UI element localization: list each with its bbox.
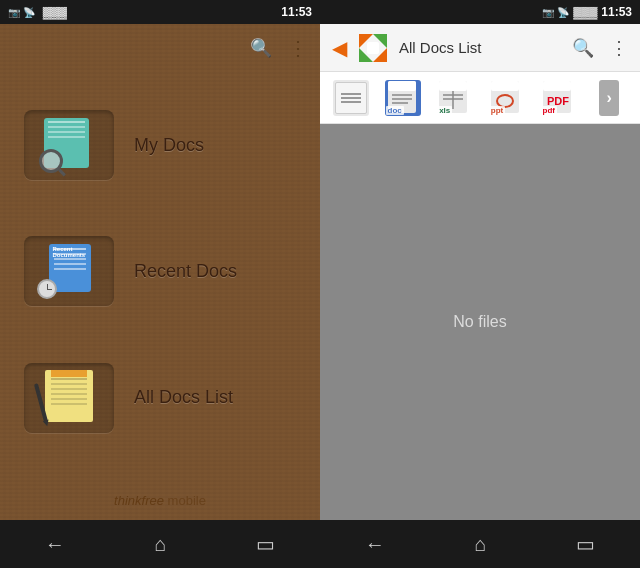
status-bar-left: 📷 📡 ▓▓▓ 11:53 xyxy=(0,0,320,24)
status-bar-right: 📷 📡 ▓▓▓ 11:53 xyxy=(320,0,640,24)
nav-items: My Docs RecentDocuments Recent Docs xyxy=(0,72,320,481)
svg-text:PDF: PDF xyxy=(547,95,569,107)
tab-all[interactable] xyxy=(328,76,374,120)
alldocs-icon xyxy=(37,370,102,425)
mydocs-label: My Docs xyxy=(134,135,204,156)
alldocs-pocket xyxy=(24,363,114,433)
no-files-area: No files xyxy=(320,124,640,520)
right-notification-icons: 📷 📡 xyxy=(542,7,569,18)
no-files-message: No files xyxy=(453,313,506,331)
mydocs-pocket xyxy=(24,110,114,180)
nav-item-recentdocs[interactable]: RecentDocuments Recent Docs xyxy=(0,228,320,314)
bottom-nav-right: ← ⌂ ▭ xyxy=(320,520,640,568)
file-type-tabs: doc xls xyxy=(320,72,640,124)
right-search-icon[interactable]: 🔍 xyxy=(572,37,594,59)
main-content: 🔍 ⋮ My Docs RecentDocume xyxy=(0,24,640,520)
tab-more[interactable]: › xyxy=(586,76,632,120)
bottom-nav-left: ← ⌂ ▭ xyxy=(0,520,320,568)
svg-rect-20 xyxy=(543,81,571,91)
alldocs-label: All Docs List xyxy=(134,387,233,408)
notification-icons: 📷 📡 xyxy=(8,7,35,18)
home-button[interactable]: ⌂ xyxy=(138,525,182,564)
right-menu-icon[interactable]: ⋮ xyxy=(610,37,628,59)
mydocs-icon xyxy=(39,118,99,173)
right-toolbar-icons: 🔍 ⋮ xyxy=(572,37,628,59)
tab-xls[interactable]: xls xyxy=(431,76,477,120)
menu-icon[interactable]: ⋮ xyxy=(288,36,308,60)
back-arrow-icon[interactable]: ◀ xyxy=(332,36,347,60)
recentdocs-icon: RecentDocuments xyxy=(37,244,102,299)
back-button[interactable]: ← xyxy=(29,525,81,564)
left-signal: ▓▓▓ xyxy=(43,6,67,18)
bottom-nav: ← ⌂ ▭ ← ⌂ ▭ xyxy=(0,520,640,568)
more-tab-label: › xyxy=(607,89,612,107)
right-panel-title: All Docs List xyxy=(399,39,564,56)
svg-rect-12 xyxy=(439,81,467,91)
recentdocs-label: Recent Docs xyxy=(134,261,237,282)
right-time: 11:53 xyxy=(601,5,632,19)
brand-think: thinkfree xyxy=(114,493,164,508)
recent-doc-label: RecentDocuments xyxy=(53,246,86,258)
brand-footer: thinkfree mobile xyxy=(0,481,320,520)
svg-rect-17 xyxy=(491,81,519,91)
back-button-right[interactable]: ← xyxy=(349,525,401,564)
pdf-tab-label: pdf xyxy=(541,106,557,115)
recents-button-right[interactable]: ▭ xyxy=(560,524,611,564)
clock-icon xyxy=(37,279,57,299)
svg-rect-5 xyxy=(367,42,379,54)
recents-button[interactable]: ▭ xyxy=(240,524,291,564)
right-toolbar: ◀ All Docs List 🔍 ⋮ xyxy=(320,24,640,72)
nav-item-alldocs[interactable]: All Docs List xyxy=(0,355,320,441)
ppt-tab-label: ppt xyxy=(489,106,505,115)
right-signal: ▓▓▓ xyxy=(573,6,597,18)
notepad-top xyxy=(51,370,87,377)
xls-tab-label: xls xyxy=(437,106,452,115)
home-button-right[interactable]: ⌂ xyxy=(458,525,502,564)
nav-item-mydocs[interactable]: My Docs xyxy=(0,102,320,188)
svg-rect-7 xyxy=(388,81,416,91)
tab-pdf[interactable]: PDF pdf xyxy=(535,76,581,120)
tab-doc[interactable]: doc xyxy=(380,76,426,120)
thinkfree-logo xyxy=(359,34,387,62)
recentdocs-pocket: RecentDocuments xyxy=(24,236,114,306)
status-bar: 📷 📡 ▓▓▓ 11:53 📷 📡 ▓▓▓ 11:53 xyxy=(0,0,640,24)
search-icon[interactable]: 🔍 xyxy=(250,37,272,59)
left-time: 11:53 xyxy=(281,5,312,19)
brand-mobile: mobile xyxy=(168,493,206,508)
magnifier-icon xyxy=(39,149,63,173)
left-toolbar: 🔍 ⋮ xyxy=(0,24,320,72)
tab-ppt[interactable]: ppt xyxy=(483,76,529,120)
doc-tab-label: doc xyxy=(386,106,404,115)
left-panel: 🔍 ⋮ My Docs RecentDocume xyxy=(0,24,320,520)
notepad xyxy=(45,370,93,422)
right-panel: ◀ All Docs List 🔍 ⋮ xyxy=(320,24,640,520)
